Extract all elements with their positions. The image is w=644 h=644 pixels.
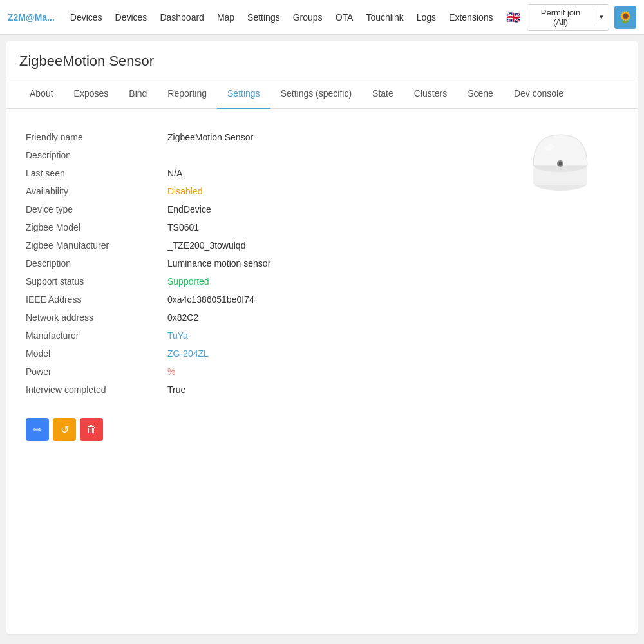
navbar-item-extensions[interactable]: Extensions — [442, 8, 499, 26]
info-value-8: Supported — [167, 276, 509, 287]
info-row: Zigbee Manufacturer_TZE200_3towulqd — [26, 236, 509, 254]
info-value-7: Luminance motion sensor — [167, 258, 509, 269]
tab-bind[interactable]: Bind — [118, 79, 157, 109]
info-row: Last seenN/A — [26, 164, 509, 182]
info-value-4: EndDevice — [167, 204, 509, 214]
navbar-item-logs[interactable]: Logs — [410, 8, 442, 26]
info-row: Description — [26, 146, 509, 164]
info-value-11[interactable]: TuYa — [167, 330, 509, 341]
navbar-item-devices2[interactable]: Devices — [109, 8, 154, 26]
info-value-10: 0x82C2 — [167, 312, 509, 323]
info-value-9: 0xa4c1386051be0f74 — [167, 294, 509, 305]
info-label-0: Friendly name — [26, 132, 167, 142]
info-label-10: Network address — [26, 312, 167, 323]
navbar-item-settings[interactable]: Settings — [241, 8, 287, 26]
info-value-12[interactable]: ZG-204ZL — [167, 348, 509, 359]
brand-logo[interactable]: Z2M@Ma... — [8, 12, 55, 23]
refresh-btn[interactable]: ↺ — [53, 418, 76, 441]
info-row: Zigbee ModelTS0601 — [26, 218, 509, 236]
edit-btn[interactable]: ✏ — [26, 418, 49, 441]
info-row: Friendly nameZigbeeMotion Sensor — [26, 128, 509, 146]
delete-btn[interactable]: 🗑 — [80, 418, 103, 441]
info-row: ManufacturerTuYa — [26, 327, 509, 345]
info-row: Support statusSupported — [26, 272, 509, 290]
navbar-items: DevicesDevicesDashboardMapSettingsGroups… — [64, 8, 500, 26]
info-label-11: Manufacturer — [26, 330, 167, 341]
sunflower-icon: 🌻 — [618, 10, 632, 24]
tab-about[interactable]: About — [19, 79, 64, 109]
info-label-13: Power — [26, 366, 167, 377]
tab-reporting[interactable]: Reporting — [157, 79, 217, 109]
device-image-container — [522, 122, 599, 199]
navbar: Z2M@Ma... DevicesDevicesDashboardMapSett… — [0, 0, 644, 35]
info-label-7: Description — [26, 258, 167, 269]
info-label-14: Interview completed — [26, 384, 167, 395]
tab-dev-console[interactable]: Dev console — [504, 79, 574, 109]
info-label-6: Zigbee Manufacturer — [26, 240, 167, 251]
info-label-2: Last seen — [26, 168, 167, 178]
info-label-4: Device type — [26, 204, 167, 214]
tab-exposes[interactable]: Exposes — [64, 79, 119, 109]
tab-clusters[interactable]: Clusters — [404, 79, 457, 109]
info-label-9: IEEE Address — [26, 294, 167, 305]
language-flag[interactable]: 🇬🇧 — [505, 11, 522, 24]
navbar-item-dashboard[interactable]: Dashboard — [153, 8, 211, 26]
info-value-0: ZigbeeMotion Sensor — [167, 132, 509, 142]
navbar-item-ota[interactable]: OTA — [329, 8, 360, 26]
permit-join-dropdown[interactable]: ▾ — [594, 10, 609, 24]
navbar-item-map[interactable]: Map — [211, 8, 241, 26]
permit-join-main[interactable]: Permit join (All) — [527, 5, 593, 30]
tab-state[interactable]: State — [362, 79, 404, 109]
tab-scene[interactable]: Scene — [457, 79, 504, 109]
device-image — [525, 128, 596, 193]
navbar-item-devices1[interactable]: Devices — [64, 8, 109, 26]
settings-icon-button[interactable]: 🌻 — [614, 6, 636, 29]
info-label-3: Availability — [26, 186, 167, 196]
svg-point-4 — [559, 162, 562, 166]
info-row: Power% — [26, 363, 509, 381]
tab-settings[interactable]: Settings — [217, 79, 270, 109]
navbar-item-touchlink[interactable]: Touchlink — [359, 8, 410, 26]
info-table: Friendly nameZigbeeMotion SensorDescript… — [26, 128, 509, 399]
info-label-1: Description — [26, 150, 167, 160]
tab-settings-specific[interactable]: Settings (specific) — [270, 79, 362, 109]
info-label-8: Support status — [26, 276, 167, 287]
info-value-5: TS0601 — [167, 222, 509, 232]
info-label-5: Zigbee Model — [26, 222, 167, 232]
navbar-right: 🇬🇧 Permit join (All) ▾ 🌻 — [505, 4, 636, 31]
info-row: Network address0x82C2 — [26, 308, 509, 327]
permit-join-button[interactable]: Permit join (All) ▾ — [527, 4, 609, 31]
info-row: ModelZG-204ZL — [26, 345, 509, 363]
content-area: Friendly nameZigbeeMotion SensorDescript… — [6, 109, 638, 454]
info-value-3: Disabled — [167, 186, 509, 196]
info-row: Device typeEndDevice — [26, 200, 509, 218]
info-row: AvailabilityDisabled — [26, 182, 509, 200]
info-row: Interview completedTrue — [26, 381, 509, 399]
info-row: DescriptionLuminance motion sensor — [26, 254, 509, 272]
info-value-6: _TZE200_3towulqd — [167, 240, 509, 251]
page-title: ZigbeeMotion Sensor — [6, 41, 638, 79]
navbar-item-groups[interactable]: Groups — [287, 8, 329, 26]
info-value-14: True — [167, 384, 509, 395]
info-value-2: N/A — [167, 168, 509, 178]
info-value-13: % — [167, 366, 509, 377]
tabs-container: AboutExposesBindReportingSettingsSetting… — [6, 79, 638, 109]
info-row: IEEE Address0xa4c1386051be0f74 — [26, 290, 509, 308]
action-buttons: ✏↺🗑 — [26, 418, 618, 441]
info-label-12: Model — [26, 348, 167, 359]
main-content: ZigbeeMotion Sensor AboutExposesBindRepo… — [6, 41, 638, 634]
